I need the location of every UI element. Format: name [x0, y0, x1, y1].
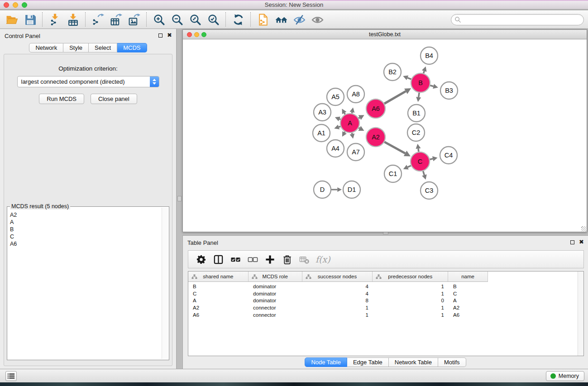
search-box[interactable] — [451, 14, 584, 25]
cell-predecessor-nodes[interactable]: 0 — [373, 298, 449, 303]
cell-name[interactable]: A6 — [449, 312, 488, 318]
add-row-button[interactable] — [261, 252, 278, 267]
graph-node-A8[interactable]: A8 — [347, 86, 364, 103]
graph-node-B[interactable]: B — [411, 73, 430, 92]
close-table-panel-icon[interactable]: ✖ — [579, 240, 584, 244]
select-all-columns-button[interactable] — [227, 252, 244, 267]
tab-style[interactable]: Style — [63, 43, 89, 52]
column-header-mcds-role[interactable]: MCDS role — [249, 272, 302, 281]
cell-mcds-role[interactable]: dominator — [249, 284, 302, 289]
cell-successor-nodes[interactable]: 1 — [302, 312, 373, 318]
window-resize-handle[interactable] — [581, 226, 586, 231]
edge-A-A3[interactable] — [339, 119, 341, 119]
edge-A-A5[interactable] — [344, 113, 345, 114]
deselect-all-columns-button[interactable] — [244, 252, 261, 267]
cell-successor-nodes[interactable]: 4 — [302, 291, 373, 296]
task-history-button[interactable] — [5, 371, 17, 381]
close-window-button[interactable] — [4, 2, 9, 8]
home-view-button[interactable] — [272, 11, 290, 28]
table-row[interactable]: A2connector11A2 — [188, 304, 583, 311]
cell-successor-nodes[interactable]: 1 — [302, 305, 373, 310]
network-window-titlebar[interactable]: testGlobe.txt — [183, 30, 587, 39]
table-scrollbar[interactable] — [578, 272, 583, 356]
refresh-layout-button[interactable] — [229, 11, 247, 28]
zoom-selected-button[interactable] — [204, 11, 222, 28]
graph-node-D[interactable]: D — [314, 181, 331, 198]
tab-mcds[interactable]: MCDS — [117, 43, 147, 52]
split-columns-button[interactable] — [210, 252, 227, 267]
tab-node-table[interactable]: Node Table — [305, 357, 347, 367]
network-close-button[interactable] — [187, 32, 192, 37]
cell-name[interactable]: A2 — [449, 305, 488, 310]
result-scrollbar[interactable] — [162, 208, 168, 359]
graph-node-B2[interactable]: B2 — [384, 63, 401, 81]
float-panel-icon[interactable] — [158, 33, 163, 38]
column-header-shared-name[interactable]: shared name — [188, 272, 249, 281]
column-header-successor-nodes[interactable]: successor nodes — [302, 272, 373, 281]
mcds-result-item[interactable]: A — [10, 219, 159, 226]
zoom-out-button[interactable] — [168, 11, 186, 28]
graph-node-A2[interactable]: A2 — [366, 128, 385, 147]
export-image-button[interactable] — [125, 11, 143, 28]
edge-B-B4[interactable] — [424, 71, 425, 73]
minimize-window-button[interactable] — [13, 2, 18, 8]
mcds-result-item[interactable]: C — [10, 233, 159, 240]
graph-node-A6[interactable]: A6 — [366, 99, 385, 118]
import-table-button[interactable] — [64, 11, 82, 28]
graph-node-B3[interactable]: B3 — [440, 82, 458, 99]
close-panel-icon[interactable]: ✖ — [167, 33, 172, 38]
mcds-result-item[interactable]: B — [10, 226, 159, 233]
hide-graphics-button[interactable] — [290, 11, 308, 28]
table-row[interactable]: Adominator80A — [188, 297, 583, 305]
show-graphics-button[interactable] — [308, 11, 326, 28]
cell-predecessor-nodes[interactable]: 1 — [373, 291, 449, 296]
edge-A2-C[interactable] — [384, 142, 405, 153]
network-minimize-button[interactable] — [194, 32, 199, 37]
node-table[interactable]: shared nameMCDS rolesuccessor nodesprede… — [188, 271, 584, 356]
cell-successor-nodes[interactable]: 4 — [302, 284, 373, 289]
edge-B-B3[interactable] — [430, 86, 433, 86]
tab-select[interactable]: Select — [89, 43, 117, 52]
export-network-button[interactable] — [89, 11, 107, 28]
edge-C-C2[interactable] — [418, 148, 419, 152]
network-zoom-button[interactable] — [201, 32, 206, 37]
edge-A-A8[interactable] — [352, 112, 352, 114]
cell-name[interactable]: C — [449, 291, 488, 296]
export-table-button[interactable] — [107, 11, 125, 28]
zoom-window-button[interactable] — [22, 2, 27, 8]
edge-A-A2[interactable] — [359, 128, 359, 129]
cell-mcds-role[interactable]: dominator — [249, 291, 302, 296]
edge-A6-B[interactable] — [384, 91, 406, 104]
graph-node-C2[interactable]: C2 — [407, 124, 425, 141]
cell-successor-nodes[interactable]: 8 — [302, 298, 373, 303]
column-header-name[interactable]: name — [448, 272, 488, 281]
cell-predecessor-nodes[interactable]: 1 — [373, 305, 449, 310]
open-folder-button[interactable] — [3, 11, 21, 28]
graph-node-A1[interactable]: A1 — [313, 124, 330, 142]
cell-shared-name[interactable]: C — [188, 291, 249, 296]
edge-B-B2[interactable] — [407, 78, 411, 79]
graph-node-A4[interactable]: A4 — [327, 140, 344, 157]
zoom-in-button[interactable] — [150, 11, 168, 28]
network-graph[interactable]: B4B2BB3A5A8A6A3B1AC2A1A2A4A7C4CC1C3DD1 — [183, 40, 587, 233]
tab-network-table[interactable]: Network Table — [389, 357, 438, 367]
mcds-result-item[interactable]: A6 — [10, 240, 159, 248]
graph-node-C1[interactable]: C1 — [384, 165, 402, 182]
gear-button[interactable] — [192, 252, 210, 267]
cell-shared-name[interactable]: A6 — [188, 312, 249, 318]
cell-name[interactable]: A — [449, 298, 488, 303]
table-row[interactable]: Bdominator41B — [188, 283, 583, 290]
graph-node-A7[interactable]: A7 — [347, 143, 364, 161]
save-session-button[interactable] — [21, 11, 39, 28]
graph-node-C4[interactable]: C4 — [440, 147, 457, 164]
search-input[interactable] — [461, 15, 583, 24]
new-network-from-file-button[interactable] — [254, 11, 272, 28]
table-row[interactable]: Cdominator41C — [188, 290, 583, 297]
cell-mcds-role[interactable]: connector — [249, 312, 302, 318]
graph-node-B1[interactable]: B1 — [408, 105, 425, 122]
edge-A-A1[interactable] — [339, 126, 340, 127]
edge-B-B1[interactable] — [419, 93, 419, 97]
delete-row-button[interactable] — [278, 252, 296, 267]
network-canvas[interactable]: B4B2BB3A5A8A6A3B1AC2A1A2A4A7C4CC1C3DD1 — [183, 40, 587, 232]
column-header-predecessor-nodes[interactable]: predecessor nodes — [373, 272, 448, 281]
